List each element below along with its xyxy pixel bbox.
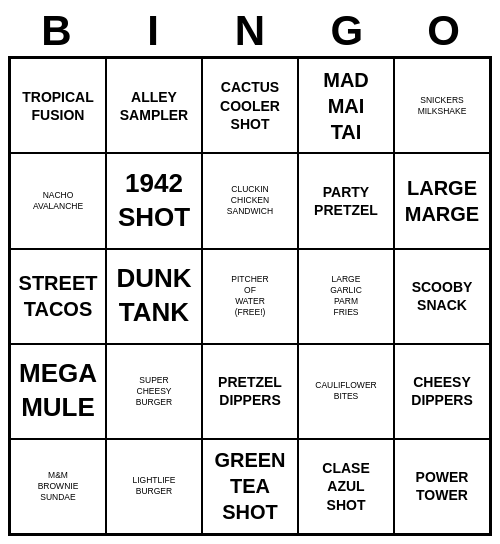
bingo-cell-14: SCOOBYSNACK [394, 249, 490, 344]
cell-text-24: POWERTOWER [416, 468, 469, 504]
bingo-cell-23: CLASEAZULSHOT [298, 439, 394, 534]
cell-text-8: PARTYPRETZEL [314, 183, 378, 219]
bingo-cell-18: CAULIFLOWERBITES [298, 344, 394, 439]
cell-text-12: PITCHEROFWATER(Free!) [231, 274, 268, 318]
letter-g: G [307, 8, 387, 54]
bingo-cell-24: POWERTOWER [394, 439, 490, 534]
letter-o: O [404, 8, 484, 54]
bingo-cell-16: SUPERCHEESYBURGER [106, 344, 202, 439]
letter-n: N [210, 8, 290, 54]
cell-text-20: M&MBROWNIESUNDAE [38, 470, 79, 503]
bingo-cell-17: PRETZELDIPPERS [202, 344, 298, 439]
bingo-cell-9: LARGEMARGE [394, 153, 490, 248]
bingo-cell-2: CACTUSCOOLERSHOT [202, 58, 298, 153]
letter-i: I [113, 8, 193, 54]
cell-text-17: PRETZELDIPPERS [218, 373, 282, 409]
bingo-cell-15: MEGAMULE [10, 344, 106, 439]
cell-text-15: MEGAMULE [19, 357, 97, 425]
cell-text-7: CLUCKINCHICKENSANDWICH [227, 184, 273, 217]
cell-text-9: LARGEMARGE [405, 175, 479, 227]
cell-text-5: NACHOAVALANCHE [33, 190, 83, 212]
bingo-grid: TROPICALFUSIONALLEYSAMPLERCACTUSCOOLERSH… [8, 56, 492, 536]
cell-text-2: CACTUSCOOLERSHOT [220, 78, 280, 133]
bingo-cell-6: 1942SHOT [106, 153, 202, 248]
cell-text-19: CHEESYDIPPERS [411, 373, 472, 409]
bingo-cell-1: ALLEYSAMPLER [106, 58, 202, 153]
cell-text-10: STREETTACOS [19, 270, 98, 322]
cell-text-16: SUPERCHEESYBURGER [136, 375, 172, 408]
cell-text-6: 1942SHOT [118, 167, 190, 235]
cell-text-22: GREENTEASHOT [214, 447, 285, 525]
bingo-cell-11: DUNKTANK [106, 249, 202, 344]
cell-text-21: LIGHTLIFEBURGER [133, 475, 176, 497]
cell-text-4: SNICKERSMILKSHAKE [418, 95, 467, 117]
bingo-cell-21: LIGHTLIFEBURGER [106, 439, 202, 534]
bingo-cell-22: GREENTEASHOT [202, 439, 298, 534]
bingo-header: B I N G O [8, 8, 492, 54]
bingo-cell-3: MADMAITAI [298, 58, 394, 153]
cell-text-13: LARGEGARLICPARMFRIES [330, 274, 362, 318]
bingo-cell-5: NACHOAVALANCHE [10, 153, 106, 248]
cell-text-3: MADMAITAI [323, 67, 369, 145]
cell-text-0: TROPICALFUSION [22, 88, 94, 124]
letter-b: B [16, 8, 96, 54]
cell-text-14: SCOOBYSNACK [412, 278, 473, 314]
bingo-cell-13: LARGEGARLICPARMFRIES [298, 249, 394, 344]
bingo-cell-10: STREETTACOS [10, 249, 106, 344]
cell-text-1: ALLEYSAMPLER [120, 88, 188, 124]
bingo-cell-7: CLUCKINCHICKENSANDWICH [202, 153, 298, 248]
bingo-cell-19: CHEESYDIPPERS [394, 344, 490, 439]
cell-text-18: CAULIFLOWERBITES [315, 380, 376, 402]
bingo-cell-0: TROPICALFUSION [10, 58, 106, 153]
bingo-cell-4: SNICKERSMILKSHAKE [394, 58, 490, 153]
bingo-cell-12: PITCHEROFWATER(Free!) [202, 249, 298, 344]
bingo-cell-8: PARTYPRETZEL [298, 153, 394, 248]
cell-text-23: CLASEAZULSHOT [322, 459, 369, 514]
bingo-cell-20: M&MBROWNIESUNDAE [10, 439, 106, 534]
cell-text-11: DUNKTANK [116, 262, 191, 330]
